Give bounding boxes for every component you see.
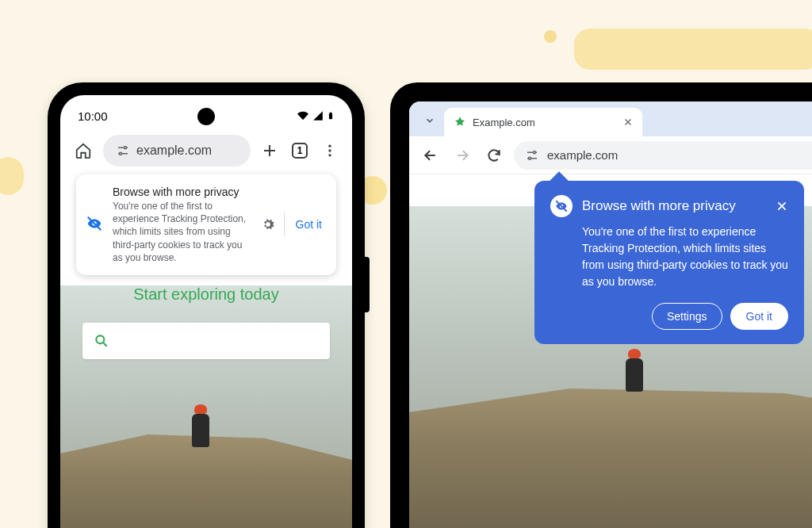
- desktop-screen: Example.com example.com: [409, 101, 812, 528]
- battery-icon: [327, 109, 335, 122]
- url-text: example.com: [136, 143, 212, 158]
- home-icon: [75, 142, 92, 159]
- decorative-dot: [544, 30, 557, 43]
- phone-device-frame: 10:00 example.com 1: [48, 82, 365, 528]
- tracking-protection-notification: Browse with more privacy You're one of t…: [76, 174, 336, 275]
- signal-icon: [312, 110, 324, 121]
- notification-title: Browse with more privacy: [113, 186, 252, 198]
- notification-body: You're one of the first to experience Tr…: [113, 200, 252, 264]
- tune-icon: [116, 143, 130, 158]
- page-search-input[interactable]: [82, 323, 330, 359]
- tab-search-button[interactable]: [419, 109, 441, 132]
- svg-point-1: [120, 152, 122, 155]
- got-it-button[interactable]: Got it: [730, 303, 788, 330]
- svg-point-3: [328, 149, 331, 151]
- svg-point-7: [534, 151, 536, 153]
- new-tab-button[interactable]: [259, 140, 281, 162]
- got-it-button[interactable]: Got it: [291, 215, 327, 234]
- svg-point-4: [328, 154, 331, 156]
- url-text: example.com: [547, 148, 618, 162]
- address-bar[interactable]: example.com: [514, 141, 812, 170]
- tabs-count: 1: [292, 143, 308, 159]
- settings-button[interactable]: [260, 216, 278, 232]
- status-time: 10:00: [78, 109, 108, 123]
- tune-icon: [525, 148, 539, 163]
- reload-button[interactable]: [482, 143, 506, 167]
- eye-off-icon: [550, 195, 573, 217]
- svg-point-8: [529, 157, 531, 159]
- divider: [284, 212, 285, 236]
- more-vert-icon: [322, 143, 338, 159]
- desktop-device-frame: Example.com example.com: [390, 82, 812, 528]
- tab-strip: Example.com: [409, 101, 812, 136]
- phone-toolbar: example.com 1: [60, 130, 352, 174]
- tabs-button[interactable]: 1: [289, 140, 311, 162]
- decorative-bar: [574, 29, 812, 70]
- reload-icon: [486, 147, 502, 163]
- plus-icon: [260, 141, 279, 160]
- back-button[interactable]: [419, 143, 442, 167]
- browser-tab[interactable]: Example.com: [444, 108, 642, 136]
- callout-body: You're one of the first to experience Tr…: [550, 224, 788, 290]
- tab-title: Example.com: [473, 117, 617, 128]
- eye-off-icon: [86, 215, 105, 234]
- svg-point-5: [96, 335, 104, 343]
- home-button[interactable]: [71, 139, 95, 163]
- callout-title: Browse with more privacy: [582, 198, 766, 214]
- overflow-menu-button[interactable]: [319, 140, 341, 162]
- chevron-down-icon: [424, 115, 435, 126]
- decorative-bar: [0, 157, 24, 195]
- wifi-icon: [297, 110, 309, 121]
- close-icon: [776, 200, 788, 212]
- close-button[interactable]: [776, 200, 788, 212]
- settings-button[interactable]: Settings: [652, 303, 722, 330]
- forward-button[interactable]: [450, 143, 474, 167]
- svg-point-2: [328, 145, 331, 147]
- gear-icon: [260, 216, 276, 232]
- phone-screen: 10:00 example.com 1: [60, 95, 352, 528]
- search-icon: [94, 333, 109, 349]
- status-icons: [297, 109, 335, 122]
- svg-point-0: [124, 147, 127, 149]
- address-bar[interactable]: example.com: [103, 135, 251, 166]
- tracking-protection-callout: Browse with more privacy You're one of t…: [534, 181, 804, 344]
- close-tab-button[interactable]: [623, 117, 633, 127]
- arrow-left-icon: [423, 147, 439, 163]
- arrow-right-icon: [454, 147, 470, 163]
- phone-camera: [197, 108, 215, 125]
- close-icon: [623, 117, 633, 127]
- favicon-icon: [454, 116, 466, 128]
- browser-toolbar: example.com: [409, 136, 812, 174]
